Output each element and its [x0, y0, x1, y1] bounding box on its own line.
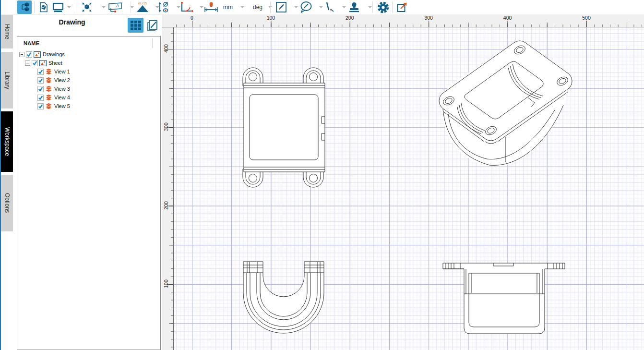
h-ruler-label: 300: [419, 15, 438, 21]
expander-spacer: [31, 86, 36, 92]
svg-text:A: A: [116, 3, 119, 8]
tree-item-view-5[interactable]: View 5: [17, 102, 160, 110]
dimension-diameter-icon: [156, 1, 171, 13]
fit-view-icon: [81, 1, 93, 13]
tree-item-view-4[interactable]: View 4: [17, 93, 160, 102]
h-ruler-label: 500: [577, 15, 596, 21]
vertical-ruler: 400300200100: [162, 27, 174, 350]
label-icon: A: [107, 1, 123, 13]
tree-item-view-3[interactable]: View 3: [17, 84, 160, 93]
sheet-grid-button[interactable]: [128, 18, 143, 33]
fit-view-dropdown[interactable]: [102, 6, 106, 8]
settings-button[interactable]: [376, 0, 390, 14]
view-1-top[interactable]: [243, 68, 325, 187]
view-3-front[interactable]: [243, 262, 324, 333]
ruler-corner: [162, 14, 174, 27]
h-ruler-label: 400: [498, 15, 517, 21]
tree-item-label: Drawings: [43, 51, 65, 57]
edit-sheet-button[interactable]: [145, 18, 160, 32]
annotation-line-icon: [323, 1, 335, 13]
angle-unit-value[interactable]: deg: [253, 4, 262, 11]
expander-spacer: [31, 69, 36, 74]
collapse-expander-icon[interactable]: [25, 60, 30, 66]
visibility-checkbox[interactable]: [26, 51, 32, 58]
angle-icon: [179, 1, 194, 13]
layers-icon: [45, 103, 52, 109]
visibility-checkbox[interactable]: [37, 69, 44, 75]
tree-item-label: View 2: [54, 77, 70, 83]
stamp-button[interactable]: [346, 0, 362, 14]
column-divider[interactable]: [152, 38, 153, 48]
side-tab-workspace[interactable]: Workspace: [1, 111, 13, 172]
sheet-canvas[interactable]: [174, 27, 644, 350]
screen-fit-icon: [52, 1, 64, 13]
h-ruler-label: 100: [261, 15, 280, 21]
drawing-tree: DrawingsSheetView 1View 2View 3View 4Vie…: [17, 50, 160, 350]
fit-view-button[interactable]: [80, 0, 94, 14]
tree-column-header: NAME: [24, 40, 39, 46]
visibility-checkbox[interactable]: [37, 86, 44, 92]
export-icon: [396, 1, 408, 13]
annotation-line-dropdown[interactable]: [342, 6, 346, 8]
collapse-expander-icon[interactable]: [19, 52, 24, 57]
tree-item-label: Sheet: [48, 60, 62, 66]
sheet-image-icon: [39, 60, 47, 66]
toolbar: A (X,Y,Z): [0, 0, 644, 15]
drawing-tree-panel: NAME DrawingsSheetView 1View 2View 3View…: [17, 36, 161, 350]
visibility-checkbox[interactable]: [37, 77, 44, 84]
expander-spacer: [31, 78, 36, 83]
label-button[interactable]: A: [106, 0, 124, 14]
edit-icon: [275, 1, 287, 13]
tree-item-sheet[interactable]: Sheet: [17, 59, 160, 67]
tree-item-label: View 3: [54, 86, 70, 92]
h-ruler-label: 0: [182, 15, 202, 21]
fill-sheet-icon: [38, 1, 49, 13]
edit-dropdown[interactable]: [294, 6, 298, 8]
visibility-checkbox[interactable]: [37, 103, 44, 109]
distance-button[interactable]: [203, 0, 220, 14]
point-xyz-icon: (X,Y,Z): [135, 1, 150, 13]
side-tab-home[interactable]: Home: [1, 15, 13, 48]
length-unit-dropdown[interactable]: [240, 6, 244, 8]
screen-fit-dropdown[interactable]: [67, 6, 71, 8]
fill-sheet-button[interactable]: [36, 0, 51, 14]
panel-title: Drawing: [29, 18, 115, 26]
v-ruler-label: 100: [163, 274, 169, 293]
edit-sheet-icon: [146, 19, 159, 32]
model-structure-icon: [19, 1, 30, 13]
sheet-image-icon: [34, 51, 41, 58]
tree-item-drawings[interactable]: Drawings: [17, 50, 160, 59]
tree-item-label: View 5: [54, 103, 70, 109]
expander-spacer: [31, 104, 36, 109]
comment-button[interactable]: [298, 0, 314, 14]
svg-text:(X,Y,Z): (X,Y,Z): [138, 2, 147, 5]
edit-button[interactable]: [274, 0, 288, 14]
v-ruler-label: 300: [163, 117, 169, 136]
side-tab-library[interactable]: Library: [1, 52, 13, 109]
model-structure-button[interactable]: [17, 0, 32, 14]
export-button[interactable]: [395, 0, 409, 14]
visibility-checkbox[interactable]: [32, 60, 38, 66]
screen-fit-button[interactable]: [51, 0, 65, 14]
visibility-checkbox[interactable]: [37, 95, 44, 101]
expander-spacer: [31, 95, 36, 100]
point-xyz-button[interactable]: (X,Y,Z): [134, 0, 151, 14]
length-unit-value[interactable]: mm: [223, 4, 233, 11]
view-2-isometric[interactable]: [439, 41, 572, 166]
layers-icon: [45, 77, 52, 84]
side-tab-options[interactable]: Options: [1, 175, 13, 231]
tree-item-view-2[interactable]: View 2: [17, 76, 160, 84]
tree-item-view-1[interactable]: View 1: [17, 67, 160, 76]
layers-icon: [45, 85, 52, 92]
dimension-diameter-button[interactable]: [155, 0, 172, 14]
h-ruler-label: 200: [340, 15, 359, 21]
stamp-icon: [347, 1, 361, 13]
annotation-line-button[interactable]: [322, 0, 336, 14]
grid-icon: [130, 20, 142, 31]
distance-icon: [203, 1, 219, 13]
v-ruler-label: 200: [163, 196, 169, 215]
angle-button[interactable]: [178, 0, 195, 14]
horizontal-ruler: 0100200300400500: [174, 14, 644, 27]
stamp-dropdown[interactable]: [368, 6, 372, 8]
view-4-side[interactable]: [443, 263, 565, 334]
